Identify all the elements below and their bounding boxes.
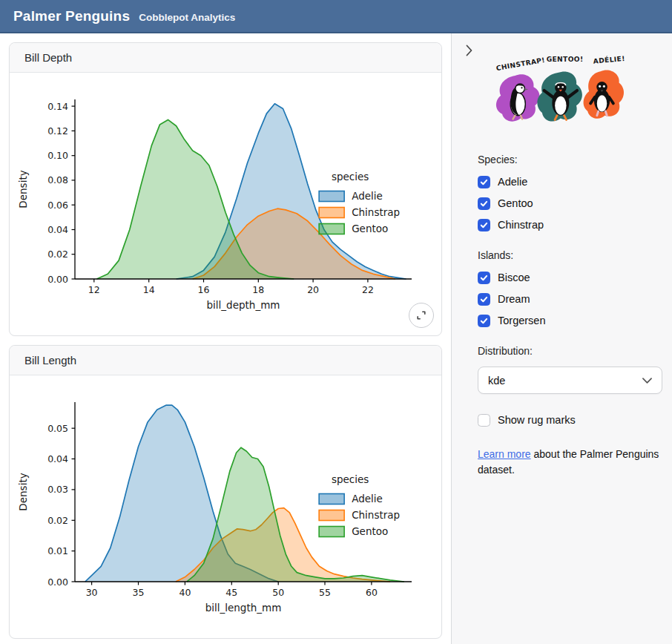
app-subtitle: Cobblepot Analytics: [139, 12, 235, 23]
svg-text:16: 16: [198, 284, 210, 295]
svg-text:22: 22: [362, 284, 374, 295]
legend-label: Gentoo: [352, 223, 388, 234]
svg-text:0.04: 0.04: [47, 224, 68, 235]
learn-more-link[interactable]: Learn more: [478, 448, 531, 460]
check-icon: [478, 293, 490, 306]
distribution-select[interactable]: kde: [478, 367, 662, 394]
checkbox-label: Biscoe: [498, 272, 530, 283]
card-title-bill-length: Bill Length: [10, 346, 441, 375]
svg-text:55: 55: [319, 587, 331, 598]
artwork-label-gentoo: GENTOO!: [547, 56, 584, 63]
artwork-label-chinstrap: CHINSTRAP!: [495, 56, 546, 72]
checkbox-label: Show rug marks: [498, 414, 576, 426]
checkbox-island-dream[interactable]: Dream: [478, 292, 663, 306]
bill-depth-chart: 1214161820220.000.020.040.060.080.100.12…: [14, 77, 437, 323]
check-icon: [478, 272, 490, 284]
chevron-right-icon: [466, 45, 472, 56]
x-axis-label: bill_length_mm: [205, 602, 282, 614]
svg-text:0.06: 0.06: [47, 200, 68, 211]
svg-text:0.05: 0.05: [47, 423, 68, 434]
checkbox-species-adelie[interactable]: Adelie: [478, 175, 663, 188]
checkbox-label: Chinstrap: [498, 219, 544, 231]
y-axis-label: Density: [17, 473, 29, 510]
card-title-bill-depth: Bill Depth: [10, 43, 441, 73]
svg-text:18: 18: [252, 284, 264, 295]
card-bill-length: Bill Length 303540455055600.000.010.020.…: [9, 345, 442, 639]
svg-text:0.14: 0.14: [47, 101, 68, 112]
main-panel: Bill Depth 1214161820220.000.020.040.060…: [0, 33, 451, 644]
svg-text:0.03: 0.03: [47, 484, 68, 495]
distribution-selected-value: kde: [488, 375, 505, 387]
sidebar: CHINSTRAP! GENTOO! ADÉLIE!: [451, 33, 672, 644]
svg-text:0.02: 0.02: [47, 249, 68, 260]
species-label: Species:: [478, 154, 663, 165]
legend-title: species: [332, 473, 369, 485]
checkbox-label: Adelie: [498, 176, 527, 188]
distribution-label: Distribution:: [478, 345, 663, 357]
svg-text:0.01: 0.01: [47, 545, 68, 556]
svg-text:45: 45: [225, 587, 237, 598]
penguin-artwork-image: CHINSTRAP! GENTOO! ADÉLIE!: [487, 53, 629, 136]
svg-text:50: 50: [272, 587, 284, 598]
sidebar-collapse-button[interactable]: [461, 42, 477, 59]
legend-title: species: [332, 171, 369, 183]
app-header: Palmer Penguins Cobblepot Analytics: [0, 0, 672, 33]
svg-text:0.02: 0.02: [47, 515, 68, 526]
svg-text:0.10: 0.10: [47, 150, 68, 161]
kde-chart-svg: 303540455055600.000.010.020.030.040.05bi…: [14, 380, 434, 626]
check-icon: [478, 315, 490, 327]
legend-label: Chinstrap: [352, 509, 400, 521]
checkbox-label: Torgersen: [498, 315, 545, 326]
chevron-down-icon: [642, 378, 652, 384]
check-icon: [478, 176, 490, 188]
svg-text:0.08: 0.08: [47, 174, 68, 185]
svg-text:0.12: 0.12: [47, 125, 68, 137]
expand-icon: [415, 309, 427, 321]
svg-text:20: 20: [307, 284, 319, 295]
checkbox-label: Dream: [498, 293, 530, 305]
dataset-footnote: Learn more about the Palmer Penguins dat…: [478, 447, 663, 478]
legend-label: Chinstrap: [352, 206, 400, 218]
svg-text:40: 40: [179, 587, 191, 598]
bill-length-chart: 303540455055600.000.010.020.030.040.05bi…: [14, 380, 437, 626]
checkbox-species-gentoo[interactable]: Gentoo: [478, 197, 663, 210]
expand-button[interactable]: [409, 303, 434, 328]
svg-text:60: 60: [366, 587, 378, 598]
checkbox-island-biscoe[interactable]: Biscoe: [478, 271, 663, 284]
check-icon: [478, 414, 490, 427]
checkbox-show-rug-marks[interactable]: Show rug marks: [478, 413, 663, 427]
svg-text:0.04: 0.04: [47, 453, 68, 464]
check-icon: [478, 197, 490, 210]
islands-label: Islands:: [478, 249, 663, 261]
svg-text:14: 14: [143, 284, 155, 295]
x-axis-label: bill_depth_mm: [207, 299, 280, 311]
kde-chart-svg: 1214161820220.000.020.040.060.080.100.12…: [14, 77, 434, 323]
svg-text:0.00: 0.00: [47, 576, 68, 588]
svg-text:0.00: 0.00: [47, 274, 68, 285]
svg-text:35: 35: [133, 587, 145, 598]
y-axis-label: Density: [17, 170, 29, 208]
checkbox-label: Gentoo: [498, 197, 533, 209]
legend-label: Adelie: [352, 493, 383, 505]
checkbox-island-torgersen[interactable]: Torgersen: [478, 314, 663, 327]
legend-label: Adelie: [352, 190, 383, 202]
artwork-label-adelie: ADÉLIE!: [593, 54, 625, 65]
legend-label: Gentoo: [352, 525, 388, 537]
app-title: Palmer Penguins: [13, 8, 130, 24]
svg-text:12: 12: [88, 284, 100, 295]
card-bill-depth: Bill Depth 1214161820220.000.020.040.060…: [9, 42, 442, 336]
check-icon: [478, 219, 490, 231]
checkbox-species-chinstrap[interactable]: Chinstrap: [478, 218, 663, 231]
app-window: Palmer Penguins Cobblepot Analytics Bill…: [0, 0, 672, 644]
svg-text:30: 30: [86, 587, 98, 598]
